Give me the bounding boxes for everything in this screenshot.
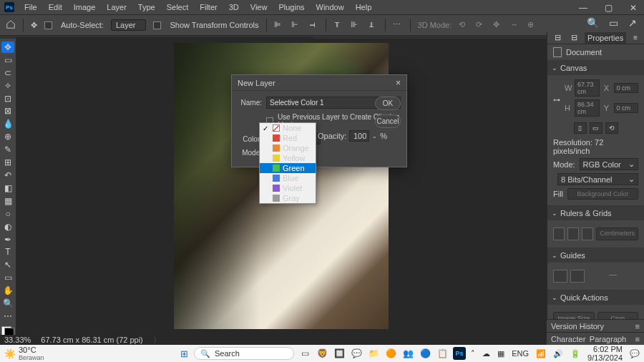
taskbar-app-5[interactable]: 🟠 [384, 347, 397, 360]
properties-tab[interactable]: Properties [585, 32, 626, 44]
taskbar-search[interactable]: 🔍Search [194, 347, 294, 360]
orientation-landscape[interactable]: ▭ [590, 122, 602, 134]
quick-actions-header[interactable]: Quick Actions [547, 290, 644, 305]
tray-icon-1[interactable]: ☁ [482, 349, 490, 358]
rotate-button[interactable]: ⟲ [605, 122, 618, 134]
color-option-orange[interactable]: Orange [260, 143, 316, 153]
panel-dock-icon-2[interactable]: ⊟ [568, 31, 580, 44]
panel-dock-icon[interactable]: ⊟ [552, 31, 564, 44]
menu-file[interactable]: File [20, 1, 42, 13]
hand-tool[interactable]: ✋ [1, 285, 14, 296]
depth-dropdown[interactable]: 8 Bits/Channel⌄ [557, 173, 638, 185]
panel-menu-icon[interactable]: ≡ [630, 32, 640, 43]
align-center-icon[interactable]: ⊩ [291, 20, 301, 30]
weather-icon[interactable]: ☀️ [4, 348, 16, 359]
menu-window[interactable]: Window [312, 1, 348, 13]
guide-icon-2[interactable] [570, 270, 585, 283]
frame-tool[interactable]: ⊠ [1, 106, 14, 117]
task-view-icon[interactable]: ▭ [298, 347, 311, 360]
3d-orbit-icon[interactable]: ⟲ [459, 20, 469, 30]
color-option-red[interactable]: Red [260, 133, 316, 143]
width-input[interactable]: 67.73 cm [575, 79, 600, 97]
clock-time[interactable]: 6:02 PM [587, 345, 623, 353]
menu-select[interactable]: Select [162, 1, 193, 13]
3d-zoom-icon[interactable]: ⊕ [527, 20, 537, 30]
taskbar-photoshop[interactable]: Ps [453, 347, 466, 360]
show-transform-checkbox[interactable] [153, 21, 161, 29]
ok-button[interactable]: OK [375, 97, 401, 110]
tray-chevron-icon[interactable]: ˄ [471, 349, 475, 358]
search-icon[interactable]: 🔍 [587, 17, 599, 29]
taskbar-app-2[interactable]: 🔲 [333, 347, 346, 360]
taskbar-app-8[interactable]: 📋 [436, 347, 449, 360]
share-icon[interactable]: ↗ [628, 17, 637, 29]
crop-tool[interactable]: ⊡ [1, 93, 14, 104]
color-option-yellow[interactable]: Yellow [260, 153, 316, 163]
menu-image[interactable]: Image [69, 1, 100, 13]
opacity-stepper[interactable]: ⌄ [372, 133, 377, 140]
align-right-icon[interactable]: ⫤ [308, 20, 318, 30]
align-left-icon[interactable]: ⊫ [274, 20, 284, 30]
menu-view[interactable]: View [246, 1, 272, 13]
guide-icon-1[interactable] [553, 270, 567, 283]
taskbar-app-4[interactable]: 📁 [367, 347, 380, 360]
distribute-icon[interactable]: ⋯ [393, 20, 403, 30]
grid-icon[interactable] [567, 228, 579, 240]
opacity-input[interactable]: 100 [349, 130, 369, 142]
type-tool[interactable]: T [1, 247, 14, 258]
color-option-none[interactable]: ✓None [260, 123, 316, 133]
minimize-button[interactable]: — [575, 1, 592, 14]
guides-icon[interactable] [582, 228, 593, 240]
menu-layer[interactable]: Layer [102, 1, 131, 13]
path-tool[interactable]: ↖ [1, 259, 14, 270]
x-input[interactable]: 0 cm [614, 83, 639, 93]
menu-type[interactable]: Type [134, 1, 160, 13]
lasso-tool[interactable]: ⊂ [1, 67, 14, 79]
taskbar-app-7[interactable]: 🔵 [419, 347, 431, 360]
zoom-level[interactable]: 33.33% [4, 336, 31, 344]
eyedropper-tool[interactable]: 💧 [1, 118, 14, 129]
tray-icon-2[interactable]: ▦ [497, 349, 504, 358]
3d-roll-icon[interactable]: ⟳ [476, 20, 486, 30]
taskbar-app-1[interactable]: 🦁 [316, 347, 328, 360]
clock-date[interactable]: 9/13/2024 [587, 353, 623, 362]
eraser-tool[interactable]: ◧ [1, 182, 14, 194]
dialog-close-icon[interactable]: × [396, 78, 401, 88]
marquee-tool[interactable]: ▭ [1, 54, 14, 66]
3d-slide-icon[interactable]: ↔ [510, 20, 520, 30]
workspace-icon[interactable]: ▭ [609, 17, 618, 29]
wand-tool[interactable]: ✧ [1, 80, 14, 92]
menu-help[interactable]: Help [351, 1, 376, 13]
background-color-button[interactable]: Background Color [567, 188, 638, 200]
blur-tool[interactable]: ○ [1, 208, 14, 220]
color-option-gray[interactable]: Gray [260, 193, 316, 203]
color-option-green[interactable]: Green [260, 163, 316, 173]
edit-toolbar[interactable]: ⋯ [1, 310, 14, 322]
3d-pan-icon[interactable]: ✥ [493, 20, 503, 30]
taskbar-app-6[interactable]: 👥 [401, 347, 414, 360]
menu-plugins[interactable]: Plugins [274, 1, 308, 13]
align-bottom-icon[interactable]: ⫫ [368, 20, 378, 30]
y-input[interactable]: 0 cm [614, 103, 639, 113]
auto-select-checkbox[interactable] [44, 21, 52, 29]
notifications-icon[interactable]: 💬 [630, 349, 640, 358]
menu-edit[interactable]: Edit [44, 1, 67, 13]
ruler-icon[interactable] [553, 228, 565, 240]
dodge-tool[interactable]: ◐ [1, 221, 14, 233]
menu-filter[interactable]: Filter [195, 1, 221, 13]
color-option-blue[interactable]: Blue [260, 173, 316, 183]
ruler-unit-dropdown[interactable]: Centimeters [596, 228, 638, 240]
shape-tool[interactable]: ▭ [1, 272, 14, 283]
home-icon[interactable] [6, 19, 16, 31]
status-flyout-icon[interactable]: 〉 [153, 335, 161, 346]
rulers-section-header[interactable]: Rulers & Grids [547, 206, 644, 220]
close-button[interactable]: ✕ [625, 1, 641, 14]
auto-select-dropdown[interactable]: Layer [111, 19, 147, 31]
mode-dropdown[interactable]: RGB Color⌄ [580, 158, 638, 170]
heal-tool[interactable]: ⊕ [1, 131, 14, 142]
gradient-tool[interactable]: ▦ [1, 195, 14, 207]
character-tab[interactable]: Character [551, 335, 585, 343]
language-indicator[interactable]: ENG [512, 349, 529, 358]
orientation-portrait[interactable]: ▯ [574, 122, 587, 134]
wifi-icon[interactable]: 📶 [536, 349, 546, 358]
